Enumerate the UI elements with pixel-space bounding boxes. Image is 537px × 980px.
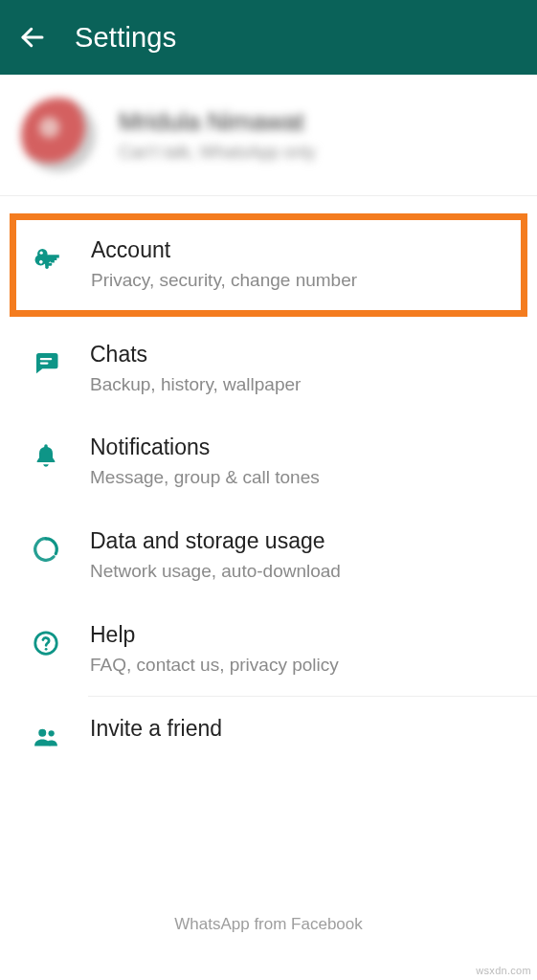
item-text: Invite a friend xyxy=(90,716,222,742)
item-subtitle: Backup, history, wallpaper xyxy=(90,373,301,397)
svg-rect-4 xyxy=(45,263,52,266)
bell-icon xyxy=(29,438,63,473)
svg-rect-5 xyxy=(40,358,53,360)
item-notifications[interactable]: Notifications Message, group & call tone… xyxy=(0,415,537,509)
svg-point-10 xyxy=(49,731,55,737)
footer: WhatsApp from Facebook xyxy=(0,896,537,980)
item-title: Chats xyxy=(90,342,301,368)
item-subtitle: Privacy, security, change number xyxy=(91,269,357,293)
highlight-account: Account Privacy, security, change number xyxy=(10,213,527,317)
item-chats[interactable]: Chats Backup, history, wallpaper xyxy=(0,323,537,416)
footer-text: WhatsApp from Facebook xyxy=(0,915,537,934)
chat-icon xyxy=(29,345,63,380)
item-title: Notifications xyxy=(90,434,320,460)
arrow-back-icon xyxy=(18,23,47,52)
item-invite[interactable]: Invite a friend xyxy=(0,697,537,773)
data-usage-icon xyxy=(29,532,63,567)
profile-name: Mridula Nimawat xyxy=(119,107,316,137)
item-title: Data and storage usage xyxy=(90,528,341,554)
watermark: wsxdn.com xyxy=(476,965,531,976)
item-subtitle: FAQ, contact us, privacy policy xyxy=(90,654,339,678)
item-title: Invite a friend xyxy=(90,716,222,742)
svg-point-9 xyxy=(38,729,46,737)
svg-point-2 xyxy=(40,252,43,255)
people-icon xyxy=(29,720,63,754)
profile-status: Can't talk, WhatsApp only xyxy=(119,143,316,163)
back-button[interactable] xyxy=(10,14,56,60)
item-text: Chats Backup, history, wallpaper xyxy=(90,342,301,397)
settings-list: Account Privacy, security, change number… xyxy=(0,196,537,896)
item-title: Help xyxy=(90,622,339,648)
svg-rect-6 xyxy=(40,362,49,364)
item-text: Help FAQ, contact us, privacy policy xyxy=(90,622,339,678)
svg-point-8 xyxy=(45,648,48,651)
avatar xyxy=(21,98,96,172)
item-data-storage[interactable]: Data and storage usage Network usage, au… xyxy=(0,509,537,603)
item-text: Data and storage usage Network usage, au… xyxy=(90,528,341,584)
item-help[interactable]: Help FAQ, contact us, privacy policy xyxy=(0,603,537,697)
key-icon xyxy=(30,241,64,276)
item-subtitle: Network usage, auto-download xyxy=(90,560,341,584)
profile-row[interactable]: Mridula Nimawat Can't talk, WhatsApp onl… xyxy=(0,75,537,196)
item-text: Account Privacy, security, change number xyxy=(91,237,357,293)
app-bar: Settings xyxy=(0,0,537,75)
item-title: Account xyxy=(91,237,357,263)
item-account[interactable]: Account Privacy, security, change number xyxy=(16,220,521,310)
item-text: Notifications Message, group & call tone… xyxy=(90,434,320,490)
item-subtitle: Message, group & call tones xyxy=(90,466,320,490)
help-icon xyxy=(29,626,63,660)
profile-text: Mridula Nimawat Can't talk, WhatsApp onl… xyxy=(119,107,316,163)
page-title: Settings xyxy=(75,22,176,54)
